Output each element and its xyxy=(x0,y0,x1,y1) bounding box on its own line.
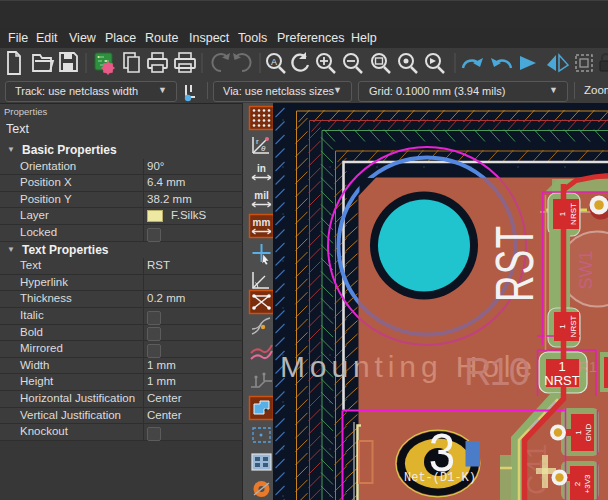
svg-text:mm: mm xyxy=(253,217,271,228)
svg-text:r: r xyxy=(256,137,259,146)
svg-text:1: 1 xyxy=(558,211,567,216)
svg-text:Net-(D1-K): Net-(D1-K) xyxy=(404,471,476,485)
svg-text:C41: C41 xyxy=(521,444,552,495)
svg-text:R1: R1 xyxy=(578,358,597,375)
svg-text:R10: R10 xyxy=(464,351,530,393)
svg-text:NRST: NRST xyxy=(544,373,579,388)
svg-text:mil: mil xyxy=(254,190,269,201)
svg-text:SW1: SW1 xyxy=(576,250,596,289)
svg-text:RST: RST xyxy=(484,225,545,302)
svg-text:GND: GND xyxy=(584,423,593,441)
svg-text:+3V3: +3V3 xyxy=(583,474,592,493)
svg-text:NRST: NRST xyxy=(569,316,578,338)
svg-text:A: A xyxy=(271,57,277,67)
svg-text:NRST: NRST xyxy=(569,203,578,225)
svg-text:2: 2 xyxy=(573,481,582,486)
svg-text:1: 1 xyxy=(574,430,583,435)
svg-text:1: 1 xyxy=(558,324,567,329)
svg-text:in: in xyxy=(257,163,266,174)
svg-text:θ: θ xyxy=(261,144,266,153)
